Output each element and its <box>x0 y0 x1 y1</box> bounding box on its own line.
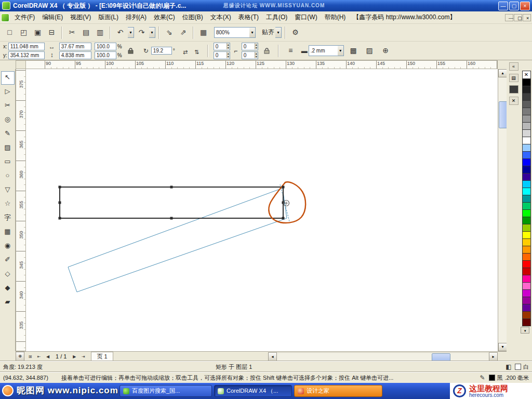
outline-pen-tool[interactable]: ◇ <box>1 268 15 281</box>
to-front-button[interactable]: ▩ <box>347 44 360 57</box>
color-swatch[interactable] <box>522 297 531 304</box>
radius-value[interactable]: 0 <box>242 52 255 58</box>
to-back-button[interactable]: ▨ <box>363 44 376 57</box>
table-tool[interactable]: ▦ <box>1 225 15 239</box>
doc-minimize-button[interactable]: — <box>505 14 513 21</box>
handle-middle-left[interactable] <box>59 202 61 204</box>
color-swatch[interactable] <box>522 224 531 232</box>
color-swatch[interactable] <box>522 158 531 166</box>
horizontal-scrollbar[interactable]: ◂ ▸ <box>268 352 498 361</box>
menu-item[interactable]: 帮助(H) <box>321 11 350 23</box>
corner-radius-top-right[interactable]: 0▴▾ <box>242 43 258 50</box>
smart-fill-tool[interactable]: ▨ <box>1 141 15 155</box>
menu-item[interactable]: 版面(L) <box>95 11 122 23</box>
first-page-button[interactable]: ⇤ <box>35 353 43 361</box>
page-tab[interactable]: 页 1 <box>91 352 113 361</box>
last-page-button[interactable]: ⇥ <box>79 353 87 361</box>
menu-item[interactable]: 文本(X) <box>207 11 235 23</box>
object-height-field[interactable]: 4.838 mm <box>59 51 91 59</box>
color-swatch[interactable] <box>522 188 531 195</box>
spinner-arrows[interactable]: ▴▾ <box>227 52 230 58</box>
maximize-button[interactable]: ▢ <box>509 2 519 10</box>
radius-value[interactable]: 0 <box>214 52 227 58</box>
eyedropper-tool[interactable]: ✐ <box>1 254 15 267</box>
spinner-arrows[interactable]: ▴▾ <box>255 43 258 49</box>
mirror-horizontal-button[interactable]: ⇄ <box>180 46 191 56</box>
copy-button[interactable]: ▤ <box>79 26 92 39</box>
menu-item[interactable]: 效果(C) <box>150 11 179 23</box>
color-swatch[interactable] <box>522 246 531 254</box>
menu-item[interactable]: 窗口(W) <box>291 11 321 23</box>
color-swatch[interactable] <box>522 137 531 144</box>
menu-item[interactable]: 视图(V) <box>66 11 95 23</box>
menu-item[interactable]: 编辑(E) <box>38 11 66 23</box>
selected-rectangle[interactable] <box>60 187 283 218</box>
color-swatch[interactable] <box>522 151 531 159</box>
color-swatch[interactable] <box>522 202 531 210</box>
fan-curve-shape[interactable] <box>269 182 305 223</box>
export-button[interactable]: ⇗ <box>177 26 190 39</box>
fill-tool[interactable]: ◆ <box>1 282 15 295</box>
vertical-ruler[interactable]: 375370365360355350345340335 <box>16 69 26 351</box>
mirror-vertical-button[interactable]: ⇅ <box>192 46 202 56</box>
menu-item[interactable]: 位图(B) <box>179 11 207 23</box>
application-launcher-button[interactable]: ▦ <box>197 26 210 39</box>
color-swatch[interactable] <box>522 144 531 152</box>
outline-width-value[interactable]: .2 mm <box>309 45 338 56</box>
zoom-level-value[interactable]: 800% <box>214 27 249 38</box>
color-swatch[interactable] <box>522 86 531 94</box>
color-swatch[interactable] <box>522 231 531 239</box>
paste-button[interactable]: ▥ <box>94 26 107 39</box>
color-swatch[interactable] <box>522 195 531 203</box>
color-swatch[interactable] <box>522 253 531 261</box>
x-position-field[interactable]: 111.048 mm <box>8 43 45 50</box>
handle-top-center[interactable] <box>170 186 173 189</box>
open-button[interactable]: ◰ <box>17 26 30 39</box>
drawing-canvas[interactable] <box>26 69 498 351</box>
scroll-left-button[interactable]: ◂ <box>268 352 277 361</box>
snap-dropdown-button[interactable]: ▾ <box>275 27 282 38</box>
snap-label[interactable]: 贴齐 <box>262 28 274 37</box>
pick-tool[interactable]: ↖ <box>1 71 15 85</box>
zoom-level-combo[interactable]: 800% ▾ <box>214 27 256 38</box>
docker-collapse-button[interactable]: « <box>509 62 518 71</box>
menu-item[interactable]: 【鑫字条码 http://www.lw3000.com】 <box>349 11 459 23</box>
handle-bottom-right[interactable] <box>282 217 285 220</box>
horizontal-scroll-thumb[interactable] <box>432 353 450 362</box>
docker-close-button[interactable]: ✕ <box>509 97 518 105</box>
blend-tool[interactable]: ◉ <box>1 240 15 253</box>
color-swatch[interactable] <box>522 129 531 137</box>
color-swatch[interactable] <box>522 289 531 297</box>
vertical-scrollbar[interactable]: ▴ ▾ <box>498 69 507 351</box>
minimize-button[interactable]: — <box>498 2 508 10</box>
menu-item[interactable]: 文件(F) <box>11 11 38 23</box>
horizontal-ruler[interactable]: 9095100105110115120125130135140145150155… <box>26 60 498 69</box>
close-button[interactable]: × <box>520 2 530 10</box>
ellipse-tool[interactable]: ○ <box>1 169 15 183</box>
polygon-tool[interactable]: ▽ <box>1 183 15 197</box>
scale-y-field[interactable]: 100.0 <box>95 51 116 59</box>
radius-value[interactable]: 0 <box>242 44 255 49</box>
basic-shapes-tool[interactable]: ☆ <box>1 197 15 211</box>
redo-dropdown-button[interactable]: ▾ <box>149 27 155 38</box>
radius-value[interactable]: 0 <box>214 44 227 49</box>
crop-tool[interactable]: ✂ <box>1 99 15 113</box>
color-swatch[interactable] <box>522 318 531 326</box>
menu-item[interactable]: 表格(T) <box>235 11 262 23</box>
color-swatch[interactable] <box>522 180 531 188</box>
spinner-arrows[interactable]: ▴▾ <box>255 52 258 58</box>
options-button[interactable]: ⚙ <box>289 26 302 39</box>
navigator-button[interactable]: ⊕ <box>16 352 24 361</box>
previous-page-button[interactable]: ◀ <box>44 353 52 361</box>
text-tool[interactable]: 字 <box>1 211 15 225</box>
handle-top-left[interactable] <box>59 186 61 189</box>
corner-radius-top-left[interactable]: 0▴▾ <box>214 43 230 50</box>
color-swatch[interactable] <box>522 78 531 86</box>
taskbar-item-baidu[interactable]: 百度图片搜索_国... <box>119 385 212 397</box>
doc-close-button[interactable]: × <box>523 14 531 21</box>
outline-width-dropdown-button[interactable]: ▾ <box>338 45 344 56</box>
scroll-right-button[interactable]: ▸ <box>489 352 498 361</box>
new-document-button[interactable]: □ <box>3 26 16 39</box>
print-button[interactable]: ⊟ <box>45 26 58 39</box>
color-swatch[interactable] <box>522 311 531 319</box>
